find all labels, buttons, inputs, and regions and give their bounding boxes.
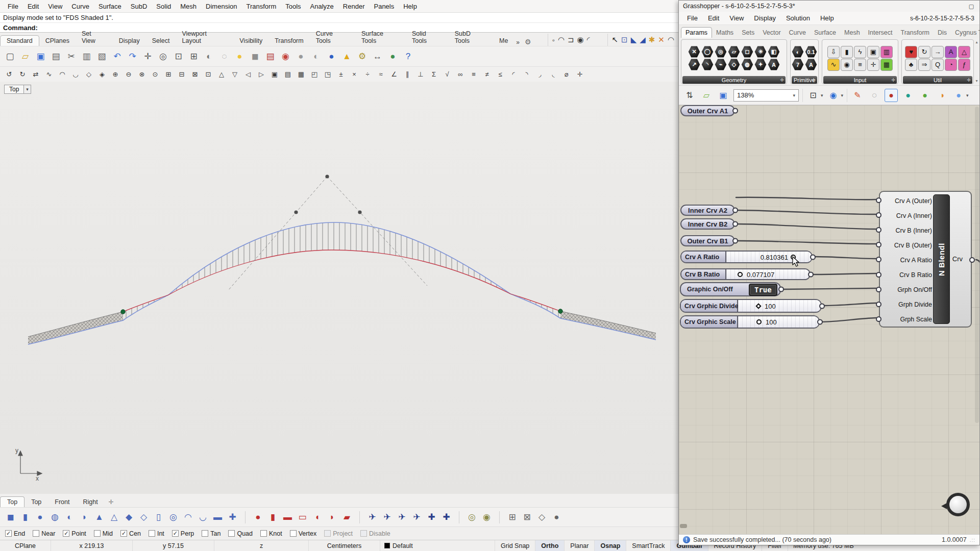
status-toggle-ortho[interactable]: Ortho bbox=[535, 540, 565, 551]
checkbox-vertex[interactable] bbox=[290, 530, 297, 537]
gh-tab-cygnus-tools[interactable]: Cygnus Tools bbox=[951, 28, 980, 38]
rhino-tool-icon[interactable]: ⊕ bbox=[110, 69, 120, 80]
jump-icon[interactable]: ⇒ bbox=[918, 59, 930, 71]
palette-expand-icon[interactable]: ✛ bbox=[780, 78, 784, 83]
gh-menu-solution[interactable]: Solution bbox=[781, 13, 815, 23]
wireframe-preview-icon[interactable]: ◌ bbox=[868, 89, 881, 102]
viewport-tab-top[interactable]: Top bbox=[0, 496, 24, 507]
zoom-caret-icon[interactable]: ▾ bbox=[793, 93, 795, 98]
group-icon[interactable]: ✱ bbox=[649, 35, 655, 44]
output-jack[interactable] bbox=[732, 221, 738, 227]
material-sphere2-icon[interactable]: ◐ bbox=[309, 49, 323, 63]
document-preview-icon[interactable]: ● bbox=[918, 89, 932, 102]
rhino-viewport[interactable]: Top ▾ bbox=[0, 82, 678, 494]
value-list-icon[interactable]: ≡ bbox=[854, 59, 866, 71]
circle-param-icon[interactable]: ◯ bbox=[701, 46, 714, 58]
param-inner-crv-a2[interactable]: Inner Crv A2 bbox=[680, 205, 735, 216]
cplane-axis-icon[interactable]: ⊠ bbox=[521, 511, 533, 523]
point-param-icon[interactable]: ◇ bbox=[728, 59, 740, 71]
palette-expand-icon[interactable]: ✛ bbox=[967, 78, 971, 83]
new-viewport-tab-button[interactable]: ✛ bbox=[105, 497, 118, 507]
material-sphere-icon[interactable]: ● bbox=[294, 49, 308, 63]
param-outer-crv-a1[interactable]: Outer Crv A1 bbox=[680, 105, 735, 116]
layer-panel-icon[interactable]: ▤ bbox=[263, 49, 277, 63]
paste-icon[interactable]: ▧ bbox=[95, 49, 109, 63]
grasshopper-canvas[interactable]: Outer Crv A1 Inner Crv A2 Inner Crv B2 O… bbox=[679, 105, 979, 534]
output-jack[interactable] bbox=[732, 208, 738, 213]
osnap-near[interactable]: Near bbox=[33, 530, 55, 537]
box-icon[interactable]: ◼ bbox=[4, 511, 17, 523]
menu-tools[interactable]: Tools bbox=[281, 2, 305, 11]
rhino-tool-icon[interactable]: ± bbox=[336, 69, 346, 80]
flask-icon[interactable]: △ bbox=[958, 46, 970, 58]
viewport-title-label[interactable]: Top bbox=[4, 85, 24, 94]
save-document-icon[interactable]: ▣ bbox=[717, 89, 730, 102]
remote-panel-icon[interactable]: ⇅ bbox=[683, 89, 696, 102]
toolbar-tab-surface-tools[interactable]: Surface Tools bbox=[355, 29, 406, 46]
checkbox-cen[interactable]: ✓ bbox=[120, 530, 127, 537]
timer-icon[interactable]: ↻ bbox=[918, 46, 930, 58]
input-jack[interactable] bbox=[876, 302, 881, 307]
maximize-icon[interactable]: ▢ bbox=[963, 1, 979, 12]
output-jack[interactable] bbox=[732, 108, 738, 114]
rhino-tool-icon[interactable]: ✛ bbox=[575, 69, 585, 80]
cut-icon[interactable]: ✂ bbox=[64, 49, 78, 63]
gh-tab-params[interactable]: Params bbox=[681, 27, 712, 38]
car-rear-icon[interactable]: ◗ bbox=[326, 511, 338, 523]
toolbar-tab-cplanes[interactable]: CPlanes bbox=[39, 36, 76, 46]
gh-tab-intersect[interactable]: Intersect bbox=[864, 28, 897, 38]
rhino-tool-icon[interactable]: ▣ bbox=[270, 69, 280, 80]
toolbar-tab-display[interactable]: Display bbox=[113, 36, 146, 46]
rhino-tool-icon[interactable]: ⊟ bbox=[177, 69, 187, 80]
redo-icon[interactable]: ↷ bbox=[126, 49, 139, 63]
save-icon[interactable]: ▣ bbox=[34, 49, 47, 63]
osnap-cen[interactable]: ✓Cen bbox=[120, 530, 141, 537]
rhino-tool-icon[interactable]: ▦ bbox=[296, 69, 306, 80]
rhino-tool-icon[interactable]: ⊗ bbox=[137, 69, 147, 80]
rhino-tool-icon[interactable]: Σ bbox=[429, 69, 439, 80]
input-jack[interactable] bbox=[876, 257, 881, 262]
panel-icon[interactable]: ▣ bbox=[867, 46, 879, 58]
gh-tab-vector[interactable]: Vector bbox=[758, 28, 785, 38]
toolbar-tab-viewport-layout[interactable]: Viewport Layout bbox=[176, 29, 233, 46]
shade-icon[interactable]: ◐ bbox=[202, 49, 216, 63]
group-param-icon[interactable]: A bbox=[768, 59, 780, 71]
truncated-cone-icon[interactable]: △ bbox=[108, 511, 120, 523]
open-document-icon[interactable]: ▱ bbox=[700, 89, 713, 102]
menu-panels[interactable]: Panels bbox=[369, 2, 399, 11]
checkbox-near[interactable] bbox=[33, 530, 39, 537]
palette-scroll-arrows[interactable]: ▴▾ bbox=[974, 40, 979, 83]
open-file-icon[interactable]: ▱ bbox=[18, 49, 32, 63]
boolean-param-icon[interactable]: ◐ bbox=[792, 46, 804, 58]
osnap-tan[interactable]: Tan bbox=[202, 530, 220, 537]
checkbox-project[interactable] bbox=[324, 530, 331, 537]
render-sphere-icon[interactable]: ● bbox=[325, 49, 338, 63]
slider-track[interactable]: 100 bbox=[738, 300, 821, 312]
palette-expand-icon[interactable]: ✛ bbox=[891, 78, 895, 83]
menu-file[interactable]: File bbox=[3, 2, 23, 11]
toolbar-tab-set-view[interactable]: Set View bbox=[76, 29, 113, 46]
scroll-up-icon[interactable]: ▴ bbox=[975, 40, 977, 44]
torus-icon[interactable]: ◎ bbox=[167, 511, 180, 523]
jet-icon[interactable]: ✈ bbox=[396, 511, 408, 523]
cylinder-icon[interactable]: ▮ bbox=[19, 511, 32, 523]
sketch-pen-icon[interactable]: ✎ bbox=[851, 89, 864, 102]
toolbar-tab-visibility[interactable]: Visibility bbox=[233, 36, 268, 46]
checkbox-perp[interactable]: ✓ bbox=[172, 530, 179, 537]
rhino-tool-icon[interactable]: ⊖ bbox=[124, 69, 134, 80]
left-end-point[interactable] bbox=[121, 310, 125, 314]
wireframe-icon[interactable]: ◌ bbox=[217, 49, 231, 63]
md-slider-icon[interactable]: ✛ bbox=[867, 59, 879, 71]
gh-menu-view[interactable]: View bbox=[724, 13, 749, 23]
viewport-title[interactable]: Top ▾ bbox=[4, 85, 31, 94]
split-icon[interactable]: ◢ bbox=[640, 35, 646, 44]
status-toggle-planar[interactable]: Planar bbox=[565, 540, 595, 551]
preview-eye-icon-caret[interactable]: ▾ bbox=[841, 93, 844, 98]
rhino-tool-icon[interactable]: ◞ bbox=[535, 69, 545, 80]
toolbar-tab-curve-tools[interactable]: Curve Tools bbox=[310, 29, 355, 46]
rhino-tool-icon[interactable]: ◈ bbox=[97, 69, 107, 80]
output-jack[interactable] bbox=[732, 238, 738, 244]
brep-param-icon[interactable]: ◍ bbox=[741, 59, 753, 71]
rhino-tool-icon[interactable]: ◡ bbox=[70, 69, 81, 80]
rhino-tool-icon[interactable]: √ bbox=[442, 69, 452, 80]
